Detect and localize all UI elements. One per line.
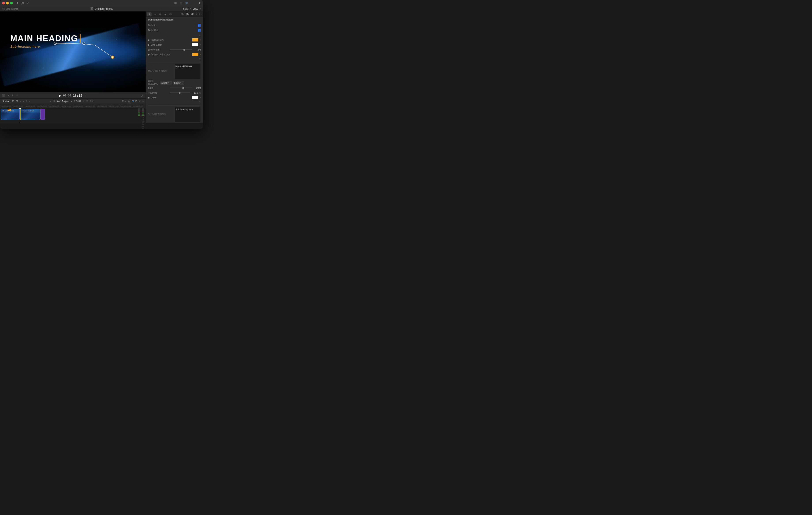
preview-select-icon[interactable]: ↖ bbox=[8, 94, 10, 97]
line-color-swatch[interactable] bbox=[192, 43, 198, 46]
storyboard-icon[interactable]: ⊞ bbox=[12, 100, 14, 103]
zoom-out-icon[interactable]: − bbox=[125, 100, 126, 103]
line-width-slider[interactable] bbox=[170, 50, 193, 50]
main-heading-section: MAIN HEADING MAIN HEADING bbox=[148, 64, 201, 79]
expand-preview-button[interactable]: ⤢ bbox=[141, 94, 143, 97]
traffic-lights bbox=[2, 2, 13, 4]
audio-icon[interactable]: 🎧 bbox=[127, 100, 130, 103]
preview-canvas[interactable]: MAIN HEADING Sub-heading here bbox=[0, 11, 146, 92]
button-color-swatch[interactable] bbox=[192, 38, 198, 41]
main-heading-size-slider[interactable] bbox=[170, 88, 193, 88]
track-item-2[interactable]: 4K 2385 Blue bbox=[21, 109, 40, 120]
sub-heading-section-label: SUB-HEADING bbox=[148, 113, 174, 115]
accent-line-color-label: Accent Line Color bbox=[151, 53, 171, 56]
close-button[interactable] bbox=[2, 2, 5, 4]
chevron-tools-icon[interactable]: ▾ bbox=[17, 94, 18, 97]
timeline-prev-icon[interactable]: ‹ bbox=[50, 100, 51, 103]
duration-display: 18:15 bbox=[73, 94, 82, 97]
zoom-selector[interactable]: 69% bbox=[183, 7, 188, 10]
accent-color-swatch[interactable] bbox=[192, 53, 198, 56]
topbar: 4K 30p, Stereo 🎬 Untitled Project 69% ▾ … bbox=[0, 6, 203, 11]
main-heading-font-selector[interactable]: Avenir ⌃⌄ bbox=[160, 81, 172, 85]
total-time-right: 7:01 bbox=[196, 12, 202, 16]
build-out-checkbox[interactable]: ✓ bbox=[198, 29, 201, 32]
zoom-fit-icon[interactable]: ⊟ bbox=[135, 100, 137, 103]
line-width-thumb[interactable] bbox=[183, 49, 185, 51]
main-heading-tracking-thumb[interactable] bbox=[179, 92, 180, 94]
tab-color[interactable]: ⧉ bbox=[158, 12, 162, 16]
build-in-row: Build In ✓ bbox=[148, 23, 201, 28]
build-out-row: Build Out ✓ bbox=[148, 28, 201, 32]
right-panel: I ▭ ⧉ ◈ ⓘ 02 00:00 7:01 Published Parame… bbox=[146, 11, 203, 123]
sub-heading-section: SUB-HEADING Sub-heading here bbox=[148, 107, 201, 122]
preview-rotate-icon[interactable]: ↻ bbox=[12, 94, 14, 97]
main-heading-color-swatch[interactable] bbox=[192, 96, 198, 99]
timeline-project-name: Untitled Project bbox=[53, 100, 69, 103]
timeline-nav-center: ‹ Untitled Project ▾ 07:01 / 28:03 › bbox=[50, 100, 95, 103]
tab-info[interactable]: ⓘ bbox=[168, 12, 173, 16]
main-heading-size-value: 60.0 bbox=[194, 86, 201, 89]
main-heading-preview-box[interactable]: MAIN HEADING bbox=[174, 64, 201, 79]
list-view-icon[interactable]: ≡ bbox=[20, 100, 21, 103]
view-button[interactable]: View bbox=[193, 7, 198, 10]
crop-icon[interactable]: ✂ bbox=[142, 100, 144, 103]
resolution-label: 4K 30p, Stereo bbox=[2, 7, 18, 10]
main-heading-size-thumb[interactable] bbox=[182, 87, 184, 89]
sub-heading-preview-box[interactable]: Sub-heading here bbox=[174, 107, 201, 122]
preview-tools-icon[interactable]: ⬛ bbox=[2, 94, 5, 97]
track-item-1[interactable]: 4K 2385 Blue 02 bbox=[1, 109, 20, 120]
split-icon[interactable]: ⊞ bbox=[185, 1, 188, 5]
project-title: Untitled Project bbox=[95, 7, 113, 10]
line-color-row: ▶ Line Color ▾ bbox=[148, 42, 201, 47]
glow-right bbox=[72, 40, 138, 66]
arrow-options-icon[interactable]: ▾ bbox=[29, 100, 30, 103]
timeline-total: 28:03 bbox=[85, 100, 93, 103]
sub-heading-preview-text: Sub-heading here bbox=[175, 108, 193, 111]
zoom-in-icon[interactable]: ⊞ bbox=[122, 100, 123, 103]
minimize-button[interactable] bbox=[6, 2, 9, 4]
timeline-next-icon[interactable]: › bbox=[94, 100, 95, 103]
download-icon[interactable]: ⬇ bbox=[16, 2, 18, 4]
view-options-icon[interactable]: ▾ bbox=[23, 100, 24, 103]
main-heading-font-family: Avenir bbox=[161, 82, 168, 84]
main-heading-tracking-slider[interactable] bbox=[170, 92, 190, 93]
main-heading-preview-text: MAIN HEADING bbox=[175, 65, 192, 68]
play-button[interactable]: ▶ bbox=[59, 94, 61, 97]
ruler-mark-4: 00:01:00:00 bbox=[49, 105, 61, 107]
share-icon[interactable]: ⬆ bbox=[198, 1, 201, 5]
fullscreen-button[interactable] bbox=[10, 2, 13, 4]
main-heading-color-chevron[interactable]: ▾ bbox=[200, 96, 201, 98]
clip-number-display: 02 bbox=[181, 12, 184, 15]
check-icon[interactable]: ✓ bbox=[27, 2, 29, 4]
main-heading-font-chevron: ⌃⌄ bbox=[168, 82, 171, 84]
line-width-label: Line Width bbox=[148, 48, 168, 51]
list-icon[interactable]: ⊟ bbox=[180, 1, 182, 5]
track-item-title[interactable] bbox=[40, 109, 45, 120]
line-color-chevron[interactable]: ▾ bbox=[200, 44, 201, 46]
timeline-project-chevron[interactable]: ▾ bbox=[71, 100, 72, 103]
main-heading-section-label: MAIN HEADING bbox=[148, 70, 174, 73]
build-in-checkbox[interactable]: ✓ bbox=[198, 24, 201, 27]
clip-view-icon[interactable]: ⊞ bbox=[132, 100, 134, 103]
button-color-chevron[interactable]: ▾ bbox=[200, 39, 201, 41]
pause-icon[interactable]: ⏸ bbox=[84, 94, 87, 97]
main-heading-weight-selector[interactable]: Black ⌃⌄ bbox=[173, 81, 184, 85]
tab-audio[interactable]: ◈ bbox=[163, 12, 168, 16]
main-layout: MAIN HEADING Sub-heading here bbox=[0, 11, 203, 123]
button-color-row: ▶ Button Color ▾ bbox=[148, 38, 201, 42]
timeline-right-controls: ⊞ − 🎧 ⊞ ⊟ ↺ ✂ bbox=[122, 100, 144, 103]
key-icon[interactable]: ⚿ bbox=[21, 2, 24, 4]
timecode-right: 00:00 bbox=[186, 12, 194, 16]
arrow-tool-icon[interactable]: ↖ bbox=[26, 100, 28, 103]
tab-video[interactable]: ▭ bbox=[152, 12, 157, 16]
accent-line bbox=[80, 34, 81, 43]
titlebar-right: ⊞ ⊟ ⊞ ⬆ bbox=[174, 1, 201, 5]
index-button[interactable]: Index bbox=[2, 99, 10, 103]
grid-icon[interactable]: ⊞ bbox=[174, 1, 177, 5]
preview-control-bar: ⬛ ↖ ↻ ▾ ▶ 00:00 18:15 ⏸ ⤢ bbox=[0, 92, 146, 98]
accent-color-chevron[interactable]: ▾ bbox=[200, 53, 201, 56]
loop-icon[interactable]: ↺ bbox=[139, 100, 141, 103]
filmstrip-icon[interactable]: ⊟ bbox=[16, 100, 18, 103]
ruler-mark-5: 00:01:15:00 bbox=[61, 105, 73, 107]
tab-inspector[interactable]: I bbox=[147, 12, 152, 16]
